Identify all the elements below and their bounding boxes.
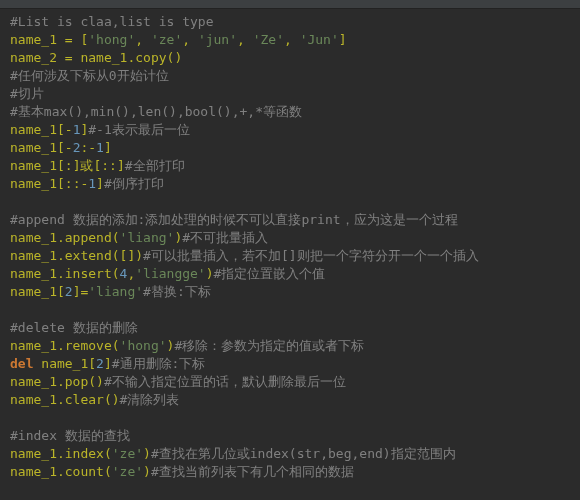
- code-line[interactable]: name_2 = name_1.copy(): [10, 49, 572, 67]
- token-op: ,: [284, 32, 300, 47]
- token-num: 2: [96, 356, 104, 371]
- token-br: ]: [104, 140, 112, 155]
- code-line[interactable]: name_1.append('liang')#不可批量插入: [10, 229, 572, 247]
- token-op: .: [57, 338, 65, 353]
- token-c: #清除列表: [120, 392, 180, 407]
- token-id: remove: [65, 338, 112, 353]
- token-str: 'Jun': [300, 32, 339, 47]
- token-c: #指定位置嵌入个值: [214, 266, 326, 281]
- token-br: [: [88, 356, 96, 371]
- token-id: insert: [65, 266, 112, 281]
- token-str: 'ze': [112, 464, 143, 479]
- token-id: name_1: [10, 230, 57, 245]
- token-br: (: [112, 248, 120, 263]
- token-c: #append 数据的添加:添加处理的时候不可以直接print，应为这是一个过程: [10, 212, 458, 227]
- token-kw: del: [10, 356, 33, 371]
- token-br: (: [104, 446, 112, 461]
- code-line[interactable]: #基本max(),min(),len(),bool(),+,*等函数: [10, 103, 572, 121]
- token-op: .: [57, 248, 65, 263]
- token-op: :: [65, 176, 73, 191]
- code-line[interactable]: name_1[::-1]#倒序打印: [10, 175, 572, 193]
- token-str: 'jun': [198, 32, 237, 47]
- token-id: name_1: [80, 50, 127, 65]
- token-op: :: [65, 158, 73, 173]
- token-str: 'liang': [120, 230, 175, 245]
- code-editor[interactable]: #List is claa,list is typename_1 = ['hon…: [0, 9, 580, 485]
- token-br: (): [167, 50, 183, 65]
- token-br: ): [135, 248, 143, 263]
- token-id: name_1: [10, 158, 57, 173]
- token-id: name_1: [10, 338, 57, 353]
- code-line[interactable]: name_1[:]或[::]#全部打印: [10, 157, 572, 175]
- token-id: name_1: [10, 176, 57, 191]
- token-op: =: [57, 32, 80, 47]
- token-br: (): [88, 374, 104, 389]
- token-str: 'Ze': [253, 32, 284, 47]
- token-br: ]: [117, 158, 125, 173]
- code-line[interactable]: #任何涉及下标从0开始计位: [10, 67, 572, 85]
- token-c: #List is claa,list is type: [10, 14, 214, 29]
- token-br: [: [57, 122, 65, 137]
- token-id: name_1: [10, 284, 57, 299]
- token-num: 1: [96, 140, 104, 155]
- code-line[interactable]: name_1.count('ze')#查找当前列表下有几个相同的数据: [10, 463, 572, 481]
- token-br: ]: [339, 32, 347, 47]
- code-line[interactable]: name_1.pop()#不输入指定位置的话，默认删除最后一位: [10, 373, 572, 391]
- token-br: (): [104, 392, 120, 407]
- token-op: .: [57, 464, 65, 479]
- token-c: #倒序打印: [104, 176, 164, 191]
- code-line[interactable]: name_1[2]='liang'#替换:下标: [10, 283, 572, 301]
- token-id: clear: [65, 392, 104, 407]
- code-line[interactable]: name_1.insert(4,'liangge')#指定位置嵌入个值: [10, 265, 572, 283]
- token-c: #基本max(),min(),len(),bool(),+,*等函数: [10, 104, 302, 119]
- token-id: 或: [80, 158, 93, 173]
- token-op: .: [57, 374, 65, 389]
- token-str: 'ze': [112, 446, 143, 461]
- token-br: (: [112, 266, 120, 281]
- token-br: [: [57, 176, 65, 191]
- token-id: name_1: [10, 248, 57, 263]
- token-op: =: [57, 50, 80, 65]
- code-line[interactable]: [10, 301, 572, 319]
- token-op: .: [57, 230, 65, 245]
- token-op: .: [57, 266, 65, 281]
- token-id: pop: [65, 374, 88, 389]
- token-op: ,: [237, 32, 253, 47]
- token-br: ]: [96, 176, 104, 191]
- token-br: ]: [104, 356, 112, 371]
- token-br: ): [143, 446, 151, 461]
- code-line[interactable]: name_1.clear()#清除列表: [10, 391, 572, 409]
- token-num: 1: [88, 176, 96, 191]
- token-c: #移除：参数为指定的值或者下标: [174, 338, 364, 353]
- token-br: [: [57, 284, 65, 299]
- token-op: :: [109, 158, 117, 173]
- code-line[interactable]: [10, 193, 572, 211]
- code-line[interactable]: name_1.index('ze')#查找在第几位或index(str,beg,…: [10, 445, 572, 463]
- code-line[interactable]: #List is claa,list is type: [10, 13, 572, 31]
- token-c: #切片: [10, 86, 44, 101]
- code-line[interactable]: del name_1[2]#通用删除:下标: [10, 355, 572, 373]
- token-c: #通用删除:下标: [112, 356, 206, 371]
- code-line[interactable]: #切片: [10, 85, 572, 103]
- code-line[interactable]: #delete 数据的删除: [10, 319, 572, 337]
- code-line[interactable]: name_1 = ['hong', 'ze', 'jun', 'Ze', 'Ju…: [10, 31, 572, 49]
- token-c: #delete 数据的删除: [10, 320, 138, 335]
- token-id: name_1: [10, 464, 57, 479]
- token-br: (: [112, 338, 120, 353]
- code-line[interactable]: [10, 409, 572, 427]
- token-c: #替换:下标: [143, 284, 211, 299]
- code-line[interactable]: #index 数据的查找: [10, 427, 572, 445]
- code-line[interactable]: #append 数据的添加:添加处理的时候不可以直接print，应为这是一个过程: [10, 211, 572, 229]
- code-line[interactable]: name_1.remove('hong')#移除：参数为指定的值或者下标: [10, 337, 572, 355]
- token-br: [: [57, 140, 65, 155]
- token-c: #可以批量插入，若不加[]则把一个字符分开一个一个插入: [143, 248, 478, 263]
- token-op: ,: [135, 32, 151, 47]
- token-op: -: [65, 122, 73, 137]
- code-line[interactable]: name_1[-1]#-1表示最后一位: [10, 121, 572, 139]
- token-op: ,: [182, 32, 198, 47]
- token-id: count: [65, 464, 104, 479]
- code-line[interactable]: name_1.extend([])#可以批量插入，若不加[]则把一个字符分开一个…: [10, 247, 572, 265]
- token-id: name_1: [10, 392, 57, 407]
- code-line[interactable]: name_1[-2:-1]: [10, 139, 572, 157]
- token-id: name_1: [10, 374, 57, 389]
